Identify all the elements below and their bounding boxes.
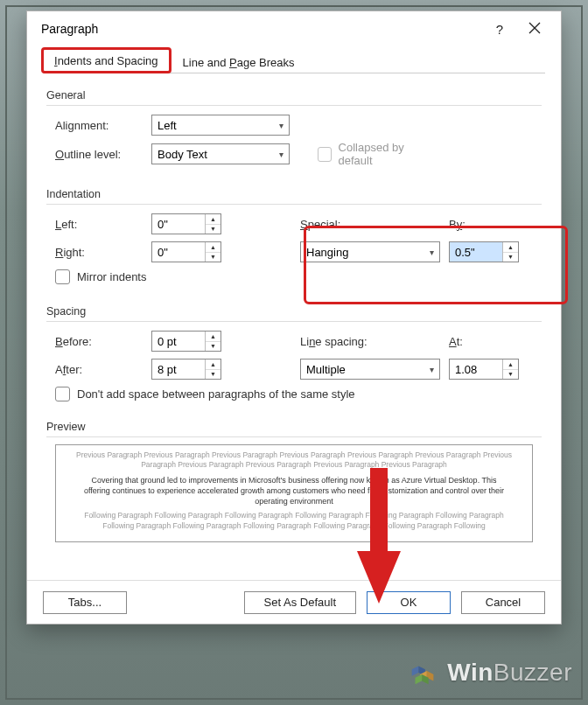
indent-right-label: Right: [55, 246, 151, 259]
at-value: 1.08 [450, 359, 502, 379]
indent-right-value: 0" [152, 242, 205, 262]
tab-label: Line and Page Breaks [183, 56, 295, 69]
up-icon: ▲ [206, 332, 220, 342]
spinner-controls[interactable]: ▲▼ [205, 242, 220, 262]
set-default-label: Set As Default [264, 596, 336, 609]
alignment-label: Alignment: [55, 119, 151, 132]
preview-prev-text: Previous Paragraph Previous Paragraph Pr… [72, 450, 516, 471]
row-indent-left: Left: 0" ▲▼ Special: By: [55, 212, 542, 236]
by-label: By: [449, 218, 519, 231]
row-alignment: Alignment: Left ▾ [55, 113, 542, 137]
row-before: Before: 0 pt ▲▼ Line spacing: At: [55, 329, 542, 353]
preview-box: Previous Paragraph Previous Paragraph Pr… [55, 444, 533, 542]
up-icon: ▲ [206, 242, 220, 253]
tabs: Indents and Spacing Line and Page Breaks [27, 46, 561, 73]
group-general-rule [46, 105, 542, 106]
tabs-button[interactable]: Tabs... [43, 591, 127, 614]
chevron-down-icon: ▾ [279, 121, 284, 130]
row-after: After: 8 pt ▲▼ Multiple ▾ 1.08 ▲▼ [55, 357, 542, 381]
ok-label: OK [401, 596, 417, 609]
spinner-controls[interactable]: ▲▼ [205, 359, 220, 379]
row-outline: Outline level: Body Text ▾ Collapsed by … [55, 141, 542, 165]
help-button[interactable]: ? [482, 15, 517, 43]
indent-left-value: 0" [152, 214, 205, 234]
special-label: Special: [300, 218, 449, 231]
collapsed-row: Collapsed by default [318, 141, 431, 167]
mirror-row: Mirror indents [55, 269, 542, 284]
down-icon: ▼ [206, 342, 220, 352]
group-spacing-label: Spacing [46, 305, 542, 318]
up-icon: ▲ [503, 359, 518, 370]
down-icon: ▼ [206, 370, 220, 380]
close-button[interactable] [517, 15, 552, 43]
after-label: After: [55, 363, 151, 376]
tab-label: Indents and Spacing [54, 54, 158, 67]
spinner-controls[interactable]: ▲▼ [502, 242, 518, 262]
set-default-button[interactable]: Set As Default [244, 591, 356, 614]
preview-sample-text: Covering that ground led to improvements… [72, 471, 516, 511]
noadd-row: Don't add space between paragraphs of th… [55, 387, 542, 401]
noadd-checkbox[interactable] [55, 387, 70, 401]
at-label: At: [449, 335, 519, 348]
after-spinner[interactable]: 8 pt ▲▼ [151, 359, 221, 380]
down-icon: ▼ [503, 370, 518, 380]
paragraph-dialog: Paragraph ? Indents and Spacing Line and… [26, 10, 562, 625]
by-value: 0.5" [450, 242, 502, 262]
spinner-controls[interactable]: ▲▼ [205, 214, 220, 234]
watermark: WinBuzzer [407, 656, 572, 689]
outline-label: Outline level: [55, 148, 151, 161]
line-spacing-select[interactable]: Multiple ▾ [300, 359, 440, 380]
before-label: Before: [55, 335, 151, 348]
watermark-logo-icon [407, 656, 440, 689]
group-indent-rule [46, 204, 542, 205]
outline-select[interactable]: Body Text ▾ [151, 143, 290, 164]
collapsed-label: Collapsed by default [339, 141, 431, 167]
noadd-label: Don't add space between paragraphs of th… [77, 387, 355, 401]
chevron-down-icon: ▾ [279, 150, 284, 159]
before-spinner[interactable]: 0 pt ▲▼ [151, 331, 221, 352]
indent-left-spinner[interactable]: 0" ▲▼ [151, 213, 221, 234]
line-spacing-value: Multiple [306, 363, 346, 376]
cancel-button[interactable]: Cancel [461, 591, 545, 614]
group-spacing-rule [46, 321, 542, 322]
preview-next-text: Following Paragraph Following Paragraph … [72, 511, 516, 531]
outline-value: Body Text [158, 148, 207, 161]
mirror-label: Mirror indents [77, 270, 146, 283]
indent-right-spinner[interactable]: 0" ▲▼ [151, 241, 221, 262]
group-indent-label: Indentation [46, 188, 542, 200]
group-preview-label: Preview [46, 421, 542, 433]
mirror-checkbox[interactable] [55, 269, 70, 284]
alignment-select[interactable]: Left ▾ [151, 115, 290, 136]
before-value: 0 pt [152, 332, 205, 351]
spinner-controls[interactable]: ▲▼ [502, 359, 518, 379]
tab-indents-spacing[interactable]: Indents and Spacing [41, 47, 172, 73]
down-icon: ▼ [503, 253, 518, 262]
titlebar: Paragraph ? [27, 11, 561, 46]
group-general-label: General [46, 89, 542, 101]
down-icon: ▼ [206, 225, 220, 234]
by-spinner[interactable]: 0.5" ▲▼ [449, 241, 519, 262]
close-icon [528, 22, 541, 37]
alignment-value: Left [158, 119, 177, 132]
chevron-down-icon: ▾ [430, 365, 434, 374]
at-spinner[interactable]: 1.08 ▲▼ [449, 359, 519, 380]
line-spacing-label: Line spacing: [300, 335, 449, 348]
after-value: 8 pt [152, 359, 205, 379]
down-icon: ▼ [206, 253, 220, 262]
row-indent-right: Right: 0" ▲▼ Hanging ▾ 0.5" ▲▼ [55, 240, 542, 264]
group-preview-rule [46, 436, 542, 437]
special-value: Hanging [306, 246, 348, 259]
up-icon: ▲ [206, 214, 220, 225]
watermark-text: WinBuzzer [447, 659, 572, 687]
dialog-content: General Alignment: Left ▾ Outline level:… [27, 73, 561, 551]
button-bar: Tabs... Set As Default OK Cancel [27, 580, 561, 624]
dialog-title: Paragraph [41, 22, 482, 36]
cancel-label: Cancel [486, 596, 521, 609]
spinner-controls[interactable]: ▲▼ [205, 332, 220, 351]
tab-line-page-breaks[interactable]: Line and Page Breaks [172, 51, 306, 73]
special-select[interactable]: Hanging ▾ [300, 241, 440, 262]
up-icon: ▲ [503, 242, 518, 253]
ok-button[interactable]: OK [367, 591, 451, 614]
indent-left-label: Left: [55, 218, 151, 231]
up-icon: ▲ [206, 359, 220, 370]
